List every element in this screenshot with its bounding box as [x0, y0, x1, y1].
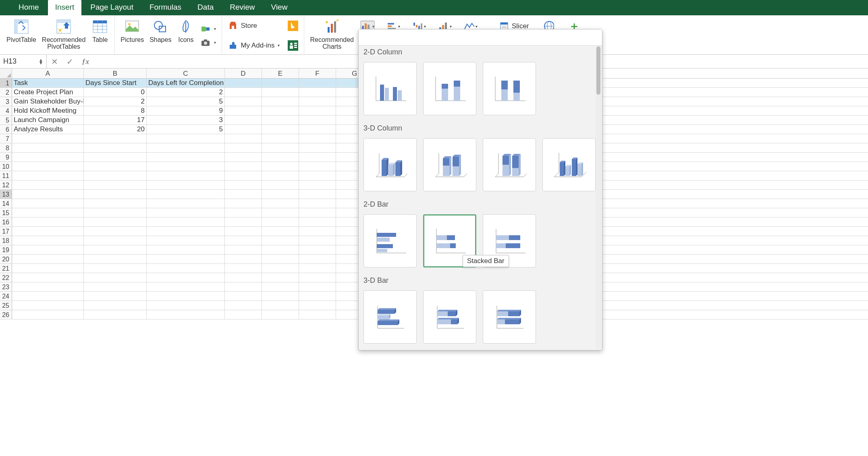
cell-D3[interactable] [225, 97, 262, 106]
cell-F11[interactable] [299, 171, 336, 180]
cell-E17[interactable] [262, 227, 299, 236]
cell-A19[interactable] [12, 245, 84, 254]
cell-C25[interactable] [147, 301, 225, 310]
cell-D17[interactable] [225, 227, 262, 236]
cell-F26[interactable] [299, 310, 336, 319]
cell-B18[interactable] [84, 236, 147, 245]
cell-F25[interactable] [299, 301, 336, 310]
my-addins-button[interactable]: My Add-ins ▾ [226, 39, 281, 52]
cell-F24[interactable] [299, 292, 336, 301]
dropdown-scrollbar[interactable] [596, 46, 601, 348]
cell-E23[interactable] [262, 282, 299, 291]
cell-E14[interactable] [262, 199, 299, 208]
row-header-20[interactable]: 20 [0, 255, 12, 263]
chart-3d-stacked-column[interactable] [423, 138, 476, 191]
cell-A20[interactable] [12, 255, 84, 263]
name-box[interactable]: H13 ▲▼ [0, 55, 47, 68]
cell-F1[interactable] [299, 79, 336, 87]
cell-E5[interactable] [262, 116, 299, 124]
cell-C12[interactable] [147, 180, 225, 189]
chart-3d-100-stacked-bar[interactable] [483, 290, 536, 344]
cell-A17[interactable] [12, 227, 84, 236]
tab-data[interactable]: Data [190, 0, 221, 15]
cell-D19[interactable] [225, 245, 262, 254]
cell-B22[interactable] [84, 273, 147, 282]
col-header-D[interactable]: D [225, 68, 262, 78]
col-header-B[interactable]: B [84, 68, 147, 78]
cell-F2[interactable] [299, 88, 336, 97]
cell-A21[interactable] [12, 264, 84, 273]
cell-B8[interactable] [84, 143, 147, 152]
cell-E21[interactable] [262, 264, 299, 273]
cell-C3[interactable]: 5 [147, 97, 225, 106]
smartart-button[interactable]: ▾ [199, 23, 218, 35]
cell-D2[interactable] [225, 88, 262, 97]
cell-A23[interactable] [12, 282, 84, 291]
cell-A25[interactable] [12, 301, 84, 310]
cell-D22[interactable] [225, 273, 262, 282]
cell-C10[interactable] [147, 162, 225, 171]
screenshot-button[interactable]: ▾ [199, 37, 218, 49]
cell-F8[interactable] [299, 143, 336, 152]
cell-E20[interactable] [262, 255, 299, 263]
name-box-stepper[interactable]: ▲▼ [39, 59, 43, 64]
cell-B25[interactable] [84, 301, 147, 310]
cell-C17[interactable] [147, 227, 225, 236]
cell-A5[interactable]: Launch Campaign [12, 116, 84, 124]
cell-B16[interactable] [84, 218, 147, 226]
cell-F9[interactable] [299, 153, 336, 162]
cell-E22[interactable] [262, 273, 299, 282]
cell-C16[interactable] [147, 218, 225, 226]
cell-D18[interactable] [225, 236, 262, 245]
cell-C24[interactable] [147, 292, 225, 301]
cell-D4[interactable] [225, 106, 262, 115]
cell-A6[interactable]: Analyze Results [12, 125, 84, 134]
cell-D8[interactable] [225, 143, 262, 152]
row-header-23[interactable]: 23 [0, 282, 12, 291]
pictures-button[interactable]: Pictures [119, 17, 145, 44]
cell-A14[interactable] [12, 199, 84, 208]
cell-E8[interactable] [262, 143, 299, 152]
table-button[interactable]: Table [89, 17, 110, 44]
fx-icon[interactable]: ƒx [77, 57, 93, 66]
cell-C18[interactable] [147, 236, 225, 245]
enter-formula-button[interactable]: ✓ [62, 55, 77, 68]
cell-A2[interactable]: Create Project Plan [12, 88, 84, 97]
cell-A15[interactable] [12, 208, 84, 217]
cell-B5[interactable]: 17 [84, 116, 147, 124]
cell-D6[interactable] [225, 125, 262, 134]
cell-F6[interactable] [299, 125, 336, 134]
cell-F18[interactable] [299, 236, 336, 245]
cell-A16[interactable] [12, 218, 84, 226]
row-header-13[interactable]: 13 [0, 190, 12, 199]
cancel-formula-button[interactable]: ✕ [47, 55, 62, 68]
row-header-26[interactable]: 26 [0, 310, 12, 319]
row-header-14[interactable]: 14 [0, 199, 12, 208]
tab-formulas[interactable]: Formulas [142, 0, 189, 15]
cell-D12[interactable] [225, 180, 262, 189]
cell-E6[interactable] [262, 125, 299, 134]
cell-F20[interactable] [299, 255, 336, 263]
bing-button[interactable] [286, 20, 300, 32]
cell-A9[interactable] [12, 153, 84, 162]
row-header-2[interactable]: 2 [0, 88, 12, 97]
row-header-9[interactable]: 9 [0, 153, 12, 162]
shapes-button[interactable]: Shapes [148, 17, 173, 44]
cell-D23[interactable] [225, 282, 262, 291]
recommended-charts-button[interactable]: Recommended Charts [308, 17, 355, 51]
cell-D21[interactable] [225, 264, 262, 273]
cell-E18[interactable] [262, 236, 299, 245]
cell-E26[interactable] [262, 310, 299, 319]
cell-E2[interactable] [262, 88, 299, 97]
row-header-22[interactable]: 22 [0, 273, 12, 282]
cell-A3[interactable]: Gain Stakeholder Buy-In [12, 97, 84, 106]
cell-F19[interactable] [299, 245, 336, 254]
col-header-F[interactable]: F [299, 68, 336, 78]
cell-A1[interactable]: Task [12, 79, 84, 87]
cell-F10[interactable] [299, 162, 336, 171]
cell-A12[interactable] [12, 180, 84, 189]
cell-B10[interactable] [84, 162, 147, 171]
cell-F23[interactable] [299, 282, 336, 291]
cell-B11[interactable] [84, 171, 147, 180]
chart-3d-100-stacked-column[interactable] [483, 138, 536, 191]
